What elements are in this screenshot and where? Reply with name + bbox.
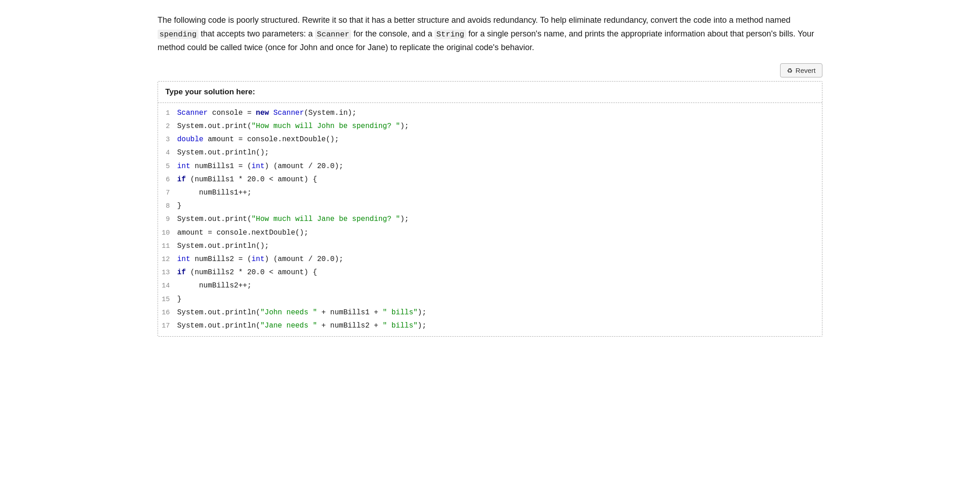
line-number-14: 14: [158, 280, 177, 292]
line-content-8: }: [177, 200, 822, 212]
line-content-16: System.out.println("John needs " + numBi…: [177, 307, 822, 319]
line-content-4: System.out.println();: [177, 147, 822, 159]
code-line-9: 9 System.out.print("How much will Jane b…: [158, 213, 822, 226]
code-line-5: 5 int numBills1 = (int) (amount / 20.0);: [158, 160, 822, 173]
code-line-8: 8 }: [158, 200, 822, 213]
description-part3: for the console, and a: [351, 29, 434, 38]
code-line-17: 17 System.out.println("Jane needs " + nu…: [158, 319, 822, 333]
line-content-15: }: [177, 293, 822, 306]
code-editor[interactable]: 1 Scanner console = new Scanner(System.i…: [158, 103, 822, 336]
line-content-10: amount = console.nextDouble();: [177, 227, 822, 239]
line-number-6: 6: [158, 174, 177, 186]
code-line-10: 10 amount = console.nextDouble();: [158, 226, 822, 240]
code-line-2: 2 System.out.print("How much will John b…: [158, 120, 822, 133]
code-line-4: 4 System.out.println();: [158, 146, 822, 159]
line-content-1: Scanner console = new Scanner(System.in)…: [177, 107, 822, 119]
code-line-11: 11 System.out.println();: [158, 240, 822, 253]
line-number-16: 16: [158, 307, 177, 319]
code-section-header: Type your solution here:: [158, 82, 822, 103]
revert-icon: ♻: [787, 67, 793, 74]
code-line-3: 3 double amount = console.nextDouble();: [158, 133, 822, 146]
line-number-10: 10: [158, 227, 177, 239]
line-number-4: 4: [158, 147, 177, 159]
line-content-6: if (numBills1 * 20.0 < amount) {: [177, 174, 822, 186]
code-line-6: 6 if (numBills1 * 20.0 < amount) {: [158, 173, 822, 186]
line-number-11: 11: [158, 241, 177, 252]
code-line-12: 12 int numBills2 = (int) (amount / 20.0)…: [158, 253, 822, 266]
code-section: Type your solution here: 1 Scanner conso…: [158, 81, 822, 337]
line-content-14: numBills2++;: [177, 280, 822, 292]
line-number-8: 8: [158, 200, 177, 212]
description-part1: The following code is poorly structured.…: [158, 15, 791, 25]
code-line-14: 14 numBills2++;: [158, 279, 822, 292]
code-inline-string: String: [434, 30, 466, 39]
revert-button[interactable]: ♻ Revert: [780, 63, 822, 77]
line-content-12: int numBills2 = (int) (amount / 20.0);: [177, 253, 822, 266]
code-inline-scanner: Scanner: [315, 30, 351, 39]
line-number-9: 9: [158, 214, 177, 226]
line-number-3: 3: [158, 134, 177, 146]
line-number-17: 17: [158, 320, 177, 332]
line-number-5: 5: [158, 161, 177, 173]
code-line-7: 7 numBills1++;: [158, 186, 822, 200]
code-line-16: 16 System.out.println("John needs " + nu…: [158, 306, 822, 319]
line-content-3: double amount = console.nextDouble();: [177, 133, 822, 146]
line-number-13: 13: [158, 267, 177, 279]
line-number-1: 1: [158, 108, 177, 119]
revert-container: ♻ Revert: [158, 63, 822, 77]
line-content-17: System.out.println("Jane needs " + numBi…: [177, 320, 822, 332]
line-content-2: System.out.print("How much will John be …: [177, 120, 822, 133]
code-line-13: 13 if (numBills2 * 20.0 < amount) {: [158, 266, 822, 279]
line-content-9: System.out.print("How much will Jane be …: [177, 213, 822, 226]
code-line-1: 1 Scanner console = new Scanner(System.i…: [158, 107, 822, 120]
code-inline-spending: spending: [158, 30, 199, 39]
revert-label: Revert: [796, 67, 816, 74]
line-content-11: System.out.println();: [177, 240, 822, 252]
line-number-12: 12: [158, 254, 177, 266]
line-number-15: 15: [158, 294, 177, 306]
code-line-15: 15 }: [158, 293, 822, 306]
line-number-7: 7: [158, 187, 177, 199]
line-number-2: 2: [158, 121, 177, 133]
line-content-13: if (numBills2 * 20.0 < amount) {: [177, 266, 822, 279]
line-content-7: numBills1++;: [177, 187, 822, 199]
description-text: The following code is poorly structured.…: [158, 14, 822, 54]
line-content-5: int numBills1 = (int) (amount / 20.0);: [177, 160, 822, 173]
description-part2: that accepts two parameters: a: [199, 29, 315, 38]
page-container: The following code is poorly structured.…: [139, 0, 841, 350]
